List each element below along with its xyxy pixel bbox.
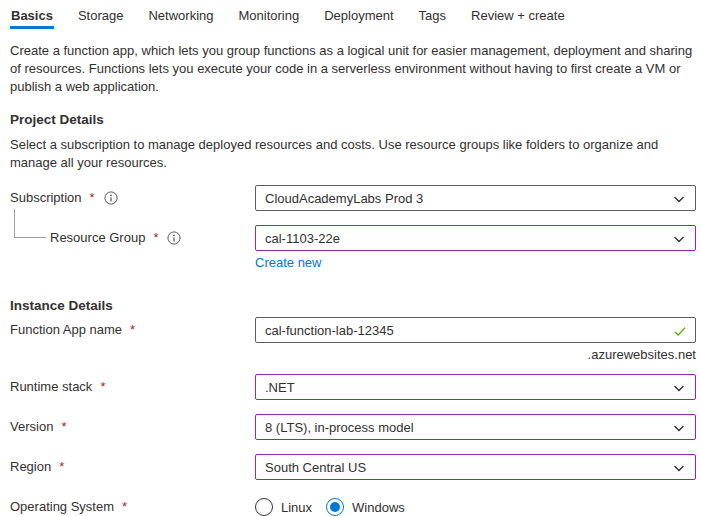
resource-group-dropdown[interactable]: cal-1103-22e xyxy=(255,225,696,251)
region-value: South Central US xyxy=(265,460,366,475)
subscription-dropdown[interactable]: CloudAcademyLabs Prod 3 xyxy=(255,185,696,211)
radio-linux[interactable]: Linux xyxy=(255,498,312,516)
function-app-name-row: Function App name* cal-function-lab-1234… xyxy=(10,317,696,362)
function-app-name-input[interactable]: cal-function-lab-12345 xyxy=(255,317,696,343)
radio-windows[interactable]: Windows xyxy=(326,498,405,516)
info-icon[interactable] xyxy=(104,191,118,205)
chevron-down-icon xyxy=(672,381,686,398)
resource-group-value: cal-1103-22e xyxy=(265,231,340,246)
radio-selected-icon xyxy=(326,498,344,516)
region-label: Region xyxy=(10,459,51,474)
function-app-name-label: Function App name xyxy=(10,322,122,337)
operating-system-radio-group: Linux Windows xyxy=(255,494,696,516)
required-marker: * xyxy=(122,499,127,514)
version-dropdown[interactable]: 8 (LTS), in-process model xyxy=(255,414,696,440)
region-row: Region* South Central US xyxy=(10,454,696,480)
project-details-description: Select a subscription to manage deployed… xyxy=(10,136,693,172)
region-dropdown[interactable]: South Central US xyxy=(255,454,696,480)
subscription-row: Subscription* CloudAcademyLabs Prod 3 xyxy=(10,185,696,211)
tab-deployment[interactable]: Deployment xyxy=(323,6,394,29)
chevron-down-icon xyxy=(672,232,686,249)
runtime-stack-label: Runtime stack xyxy=(10,379,92,394)
required-marker: * xyxy=(90,190,95,205)
required-marker: * xyxy=(130,322,135,337)
chevron-down-icon xyxy=(672,192,686,209)
info-icon[interactable] xyxy=(167,231,181,245)
radio-linux-label: Linux xyxy=(281,500,312,515)
tab-storage[interactable]: Storage xyxy=(77,6,125,29)
operating-system-label: Operating System xyxy=(10,499,114,514)
resource-group-label: Resource Group xyxy=(50,230,145,245)
tab-basics[interactable]: Basics xyxy=(10,6,54,29)
runtime-stack-dropdown[interactable]: .NET xyxy=(255,374,696,400)
runtime-stack-value: .NET xyxy=(265,380,295,395)
instance-details-heading: Instance Details xyxy=(10,298,691,313)
version-row: Version* 8 (LTS), in-process model xyxy=(10,414,696,440)
tab-networking[interactable]: Networking xyxy=(147,6,214,29)
version-value: 8 (LTS), in-process model xyxy=(265,420,414,435)
required-marker: * xyxy=(59,459,64,474)
radio-unselected-icon xyxy=(255,498,273,516)
required-marker: * xyxy=(61,419,66,434)
wizard-tabs: Basics Storage Networking Monitoring Dep… xyxy=(0,0,701,29)
required-marker: * xyxy=(100,379,105,394)
valid-check-icon xyxy=(673,324,687,341)
resource-group-row: Resource Group* cal-1103-22e Create new xyxy=(10,225,696,270)
subscription-value: CloudAcademyLabs Prod 3 xyxy=(265,191,423,206)
chevron-down-icon xyxy=(672,421,686,438)
subscription-label: Subscription xyxy=(10,190,82,205)
version-label: Version xyxy=(10,419,53,434)
function-app-name-value: cal-function-lab-12345 xyxy=(265,323,394,338)
tab-tags[interactable]: Tags xyxy=(418,6,447,29)
project-details-heading: Project Details xyxy=(10,112,691,127)
domain-suffix: .azurewebsites.net xyxy=(255,347,696,362)
tab-review-create[interactable]: Review + create xyxy=(470,6,566,29)
runtime-stack-row: Runtime stack* .NET xyxy=(10,374,696,400)
chevron-down-icon xyxy=(672,461,686,478)
operating-system-row: Operating System* Linux Windows xyxy=(10,494,696,516)
hierarchy-connector-line xyxy=(14,209,46,238)
page-description: Create a function app, which lets you gr… xyxy=(10,42,693,96)
create-new-link[interactable]: Create new xyxy=(255,255,321,270)
radio-windows-label: Windows xyxy=(352,500,405,515)
required-marker: * xyxy=(153,230,158,245)
tab-monitoring[interactable]: Monitoring xyxy=(238,6,301,29)
